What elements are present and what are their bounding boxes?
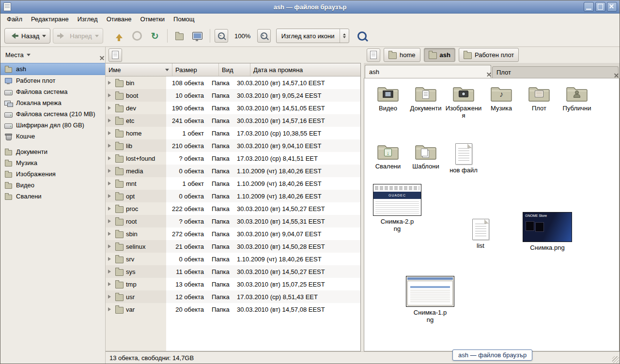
icon-item-music[interactable]: Музика bbox=[482, 84, 520, 119]
expander-icon[interactable] bbox=[108, 182, 113, 185]
table-row[interactable]: srv 0 обекта Папка 1.10.2009 (чт) 18,40,… bbox=[106, 253, 360, 265]
file-item-snimka-1[interactable]: Снимка-1.png bbox=[405, 276, 455, 323]
pathbar-toggle-button[interactable] bbox=[367, 48, 380, 62]
table-row[interactable]: boot 10 обекта Папка 30.03.2010 (вт) 9,0… bbox=[106, 89, 360, 102]
sidebar-close-button[interactable] bbox=[98, 54, 100, 56]
expander-icon[interactable] bbox=[108, 169, 113, 173]
icon-item-desktop[interactable]: Плот bbox=[520, 84, 558, 119]
expander-icon[interactable] bbox=[108, 295, 113, 299]
menu-go[interactable]: Отиване bbox=[102, 14, 136, 25]
table-row[interactable]: mnt 1 обект Папка 1.10.2009 (чт) 18,40,2… bbox=[106, 177, 360, 190]
resize-grip[interactable] bbox=[612, 356, 619, 363]
sidebar-item-network[interactable]: Локална мрежа bbox=[0, 97, 105, 108]
expander-icon[interactable] bbox=[108, 232, 113, 236]
expander-icon[interactable] bbox=[108, 131, 113, 135]
back-dropdown-icon[interactable] bbox=[42, 35, 46, 39]
table-row[interactable]: selinux 21 обекта Папка 30.03.2010 (вт) … bbox=[106, 240, 360, 253]
file-item-list[interactable]: list bbox=[465, 218, 496, 249]
expander-icon[interactable] bbox=[108, 207, 113, 211]
zoom-out-button[interactable] bbox=[215, 29, 228, 43]
minimize-button[interactable] bbox=[584, 2, 594, 12]
menu-edit[interactable]: Редактиране bbox=[27, 14, 73, 25]
expander-icon[interactable] bbox=[108, 93, 113, 97]
expander-icon[interactable] bbox=[108, 156, 113, 160]
maximize-button[interactable] bbox=[595, 2, 605, 12]
icon-item-pictures[interactable]: Изображения bbox=[445, 84, 482, 119]
breadcrumb-ash[interactable]: ash bbox=[424, 48, 455, 62]
table-row[interactable]: sbin 272 обекта Папка 30.03.2010 (вт) 9,… bbox=[106, 228, 360, 240]
menu-file[interactable]: Файл bbox=[2, 14, 27, 25]
expander-icon[interactable] bbox=[108, 282, 113, 286]
pathbar-toggle-button[interactable] bbox=[108, 48, 122, 62]
home-button[interactable] bbox=[172, 28, 187, 44]
sidebar-item-desktop[interactable]: Работен плот bbox=[0, 75, 105, 86]
expander-icon[interactable] bbox=[108, 244, 113, 248]
file-item-snimka-2[interactable]: GUADEC Снимка-2.png bbox=[372, 184, 422, 232]
sidebar-dropdown-icon[interactable] bbox=[27, 54, 31, 58]
back-button[interactable]: Назад bbox=[4, 28, 50, 44]
sidebar-item-filesystem[interactable]: Файлова система bbox=[0, 86, 105, 97]
expander-icon[interactable] bbox=[108, 270, 113, 273]
stop-button[interactable] bbox=[129, 28, 145, 44]
search-button[interactable] bbox=[355, 28, 370, 44]
reload-button[interactable] bbox=[147, 28, 163, 44]
sidebar-item-video[interactable]: Видео bbox=[0, 180, 105, 191]
expander-icon[interactable] bbox=[108, 106, 113, 110]
table-row[interactable]: proc 222 обекта Папка 30.03.2010 (вт) 14… bbox=[106, 202, 360, 215]
sidebar-item-music[interactable]: Музика bbox=[0, 157, 105, 168]
expander-icon[interactable] bbox=[108, 219, 113, 223]
icon-view[interactable]: Видео Документи Изображения Музи bbox=[364, 78, 620, 351]
breadcrumb-home[interactable]: home bbox=[384, 48, 420, 62]
column-header-type[interactable]: Вид bbox=[219, 63, 250, 76]
column-header-name[interactable]: Име bbox=[106, 63, 172, 76]
table-row[interactable]: home 1 обект Папка 17.03.2010 (ср) 10,38… bbox=[106, 127, 360, 139]
menu-view[interactable]: Изглед bbox=[73, 14, 102, 25]
titlebar[interactable]: ash — файлов браузър bbox=[0, 0, 620, 14]
table-row[interactable]: tmp 13 обекта Папка 30.03.2010 (вт) 15,0… bbox=[106, 278, 360, 290]
close-button[interactable] bbox=[607, 2, 617, 12]
sidebar-item-downloads[interactable]: Свалени bbox=[0, 191, 105, 202]
table-row[interactable]: dev 190 обекта Папка 30.03.2010 (вт) 14,… bbox=[106, 102, 360, 114]
expander-icon[interactable] bbox=[108, 257, 113, 261]
icon-item-documents[interactable]: Документи bbox=[407, 84, 445, 119]
expander-icon[interactable] bbox=[108, 307, 113, 311]
sidebar-title[interactable]: Места bbox=[5, 51, 24, 59]
sidebar-item-pictures[interactable]: Изображения bbox=[0, 168, 105, 180]
sidebar-item-filesystem-210mb[interactable]: Файлова система (210 MB) bbox=[0, 108, 105, 120]
zoom-in-button[interactable] bbox=[257, 29, 271, 43]
icon-item-video[interactable]: Видео bbox=[369, 84, 407, 119]
tab-plot[interactable]: Плот bbox=[492, 66, 619, 78]
menu-bookmarks[interactable]: Отметки bbox=[136, 14, 169, 25]
table-row[interactable]: opt 0 обекта Папка 1.10.2009 (чт) 18,40,… bbox=[106, 190, 360, 202]
view-mode-select[interactable]: Изглед като икони bbox=[276, 29, 349, 43]
column-header-date[interactable]: Дата на промяна bbox=[250, 63, 360, 76]
icon-item-public[interactable]: Публични bbox=[558, 84, 596, 119]
expander-icon[interactable] bbox=[108, 81, 113, 85]
icon-item-new-file[interactable]: нов файл bbox=[445, 142, 482, 174]
table-row[interactable]: etc 241 обекта Папка 30.03.2010 (вт) 14,… bbox=[106, 114, 360, 127]
breadcrumb-desktop[interactable]: Работен плот bbox=[459, 48, 519, 62]
icon-item-templates[interactable]: Шаблони bbox=[407, 142, 445, 174]
table-row[interactable]: sys 11 обекта Папка 30.03.2010 (вт) 14,5… bbox=[106, 265, 360, 278]
sidebar-item-encrypted-80gb[interactable]: Шифриран дял (80 GB) bbox=[0, 120, 105, 131]
tab-close-button[interactable] bbox=[613, 72, 614, 73]
expander-icon[interactable] bbox=[108, 144, 113, 148]
table-row[interactable]: media 0 обекта Папка 1.10.2009 (чт) 18,4… bbox=[106, 165, 360, 177]
table-row[interactable]: usr 12 обекта Папка 17.03.2010 (ср) 8,51… bbox=[106, 290, 360, 303]
sidebar-item-documents[interactable]: Документи bbox=[0, 146, 105, 157]
sidebar-item-ash[interactable]: ash bbox=[0, 63, 105, 75]
window-app-icon[interactable] bbox=[3, 2, 11, 11]
table-row[interactable]: var 20 обекта Папка 30.03.2010 (вт) 14,5… bbox=[106, 303, 360, 316]
table-row[interactable]: bin 108 обекта Папка 30.03.2010 (вт) 14,… bbox=[106, 76, 360, 89]
up-button[interactable] bbox=[111, 28, 127, 44]
file-item-snimka[interactable]: GNOME Store Снимка.png bbox=[522, 212, 573, 251]
tab-ash[interactable]: ash bbox=[365, 65, 491, 78]
expander-icon[interactable] bbox=[108, 119, 113, 122]
forward-dropdown-icon[interactable] bbox=[95, 35, 99, 39]
menu-help[interactable]: Помощ bbox=[169, 14, 199, 25]
sidebar-item-trash[interactable]: Кошче bbox=[0, 131, 105, 142]
expander-icon[interactable] bbox=[108, 194, 113, 198]
table-row[interactable]: root ? обекта Папка 30.03.2010 (вт) 14,5… bbox=[106, 215, 360, 228]
table-row[interactable]: lib 210 обекта Папка 30.03.2010 (вт) 9,0… bbox=[106, 139, 360, 152]
column-header-size[interactable]: Размер bbox=[172, 63, 219, 76]
